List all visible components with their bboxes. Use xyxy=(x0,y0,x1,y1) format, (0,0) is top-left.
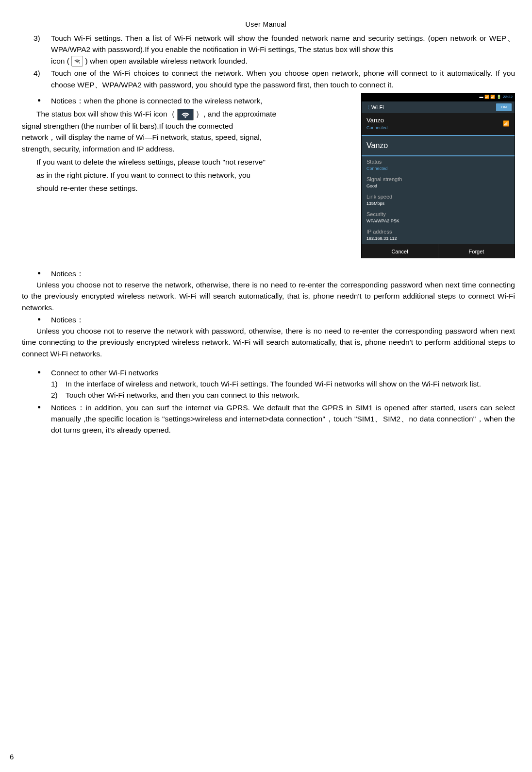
step-text: Touch Wi-Fi settings. Then a list of Wi-… xyxy=(51,33,515,55)
step-3-cont: icon ( ? ) when open available wireless … xyxy=(51,55,515,67)
ss-signal-row: Signal strength Good xyxy=(362,174,515,191)
p6: as in the right picture. If you want to … xyxy=(36,169,357,181)
p7: should re-enter these settings. xyxy=(36,183,357,194)
ss-on-toggle[interactable]: ON xyxy=(496,103,512,111)
notice-4-bullet: ● Notices：in addition, you can surf the … xyxy=(37,402,515,436)
p4: strength, security, information and IP a… xyxy=(22,143,357,154)
bullet-icon: ● xyxy=(37,314,51,325)
ss-network-row[interactable]: Vanzo Connected 📶 xyxy=(362,113,515,134)
page-header: User Manual xyxy=(17,19,515,30)
bullet-icon: ● xyxy=(37,402,51,436)
bullet-icon: ● xyxy=(37,367,51,378)
wifi-open-icon: ? xyxy=(71,56,83,67)
ss-popup-title: Vanzo xyxy=(362,135,515,156)
ss-status-row: Status Connected xyxy=(362,156,515,174)
step-num: 4) xyxy=(33,67,51,90)
bullet-icon: ● xyxy=(37,268,51,279)
ss-link-row: Link speed 135Mbps xyxy=(362,191,515,209)
notice-1: ● Notices：when the phone is connected to… xyxy=(37,95,357,106)
ss-wifi-header: 〈 Wi-Fi ON xyxy=(362,101,515,113)
ss-security-row: Security WPA/WPA2 PSK xyxy=(362,209,515,226)
step-4: 4) Touch one of the Wi-Fi choices to con… xyxy=(33,67,515,90)
ss-cancel-button[interactable]: Cancel xyxy=(362,244,438,258)
signal-icon: ▬ 📶 📶 xyxy=(480,94,495,101)
step-3: 3) Touch Wi-Fi settings. Then a list of … xyxy=(33,33,515,55)
notice-3-bullet: ● Notices： xyxy=(37,314,515,325)
p5: If you want to delete the wireless setti… xyxy=(36,156,357,168)
ss-status-bar: ▬ 📶 📶 🔋 22:32 xyxy=(362,94,515,101)
ss-popup: Vanzo Status Connected Signal strength G… xyxy=(362,135,515,258)
ss-ip-row: IP address 192.168.33.112 xyxy=(362,226,515,244)
wifi-connected-icon xyxy=(177,109,194,120)
wifi-signal-icon: 📶 xyxy=(503,119,510,128)
notice-1-body: The status box will show this Wi-Fi icon… xyxy=(36,108,357,120)
connect-other-bullet: ● Connect to other Wi-Fi networks xyxy=(37,367,515,378)
p2: signal strengthen (the number of lit bar… xyxy=(22,120,357,132)
step-text: Touch one of the Wi-Fi choices to connec… xyxy=(51,67,515,90)
phone-screenshot: ▬ 📶 📶 🔋 22:32 〈 Wi-Fi ON Vanzo Connected… xyxy=(361,93,515,258)
bullet-icon: ● xyxy=(37,95,51,106)
connect-step-2: 2) Touch other Wi-Fi networks, and then … xyxy=(51,389,515,401)
connect-step-1: 1) In the interface of wireless and netw… xyxy=(51,378,515,389)
ss-buttons: Cancel Forget xyxy=(362,244,515,258)
step-num: 3) xyxy=(33,33,51,55)
p3: network，will display the name of Wi—Fi n… xyxy=(22,132,357,143)
ss-time: 22:32 xyxy=(503,94,513,101)
ss-forget-button[interactable]: Forget xyxy=(438,244,515,258)
notice-3-text: Unless you choose not to reserve the net… xyxy=(22,325,515,359)
notice-2-text: Unless you choose not to reserve the net… xyxy=(22,279,515,313)
notice-2-bullet: ● Notices： xyxy=(37,268,515,279)
svg-text:?: ? xyxy=(79,62,80,65)
